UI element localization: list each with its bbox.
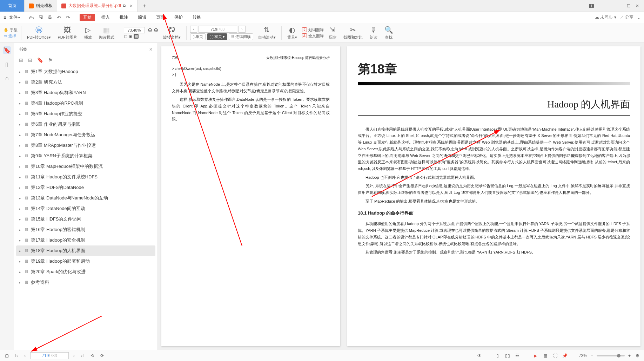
open-icon[interactable]: 🗁 [28,14,35,21]
find-button[interactable]: 🔍查找 [382,26,395,40]
window-minimize-icon[interactable]: — [618,4,622,8]
bookmark-item[interactable]: ▸🗏第6章 作业的调度与指派 [16,119,155,130]
bm-collapse-icon[interactable]: ⊟ [28,57,32,63]
hamburger-icon[interactable]: ≡ [4,15,6,20]
read-aloud[interactable]: 🎙朗读 [368,26,380,40]
window-close-icon[interactable]: ✕ [636,4,639,8]
new-tab-button[interactable]: + [137,0,152,12]
sb-play-icon[interactable]: ▶ [532,353,539,359]
sb-panel-icon[interactable]: ▢ [4,353,10,359]
menu-page[interactable]: 页面 [153,14,168,21]
bookmark-item[interactable]: ▸🗏第17章 Hadoop的安全机制 [16,235,155,245]
play-button[interactable]: ▷播放 [82,26,94,40]
menu-protect[interactable]: 保护 [171,14,186,21]
undo-icon[interactable]: ↶ [56,14,62,21]
background-button[interactable]: ◐背景▾ [285,26,299,40]
tab-close-icon[interactable]: ✕ [129,4,133,8]
bookmark-item[interactable]: ▸🗏第14章 DataNode间的互动 [16,203,155,214]
document-viewer[interactable]: 708大数据处理系统:Hadoop 源代码情景分析 > checkOwner(l… [158,43,644,350]
actual-size-icon[interactable]: ▤ [134,34,139,39]
view-double[interactable]: ▯▯双页▾ [207,33,227,40]
bookmark-item[interactable]: ▸🗏第19章 Hadoop的部署和启动 [16,256,155,267]
bm-expand-icon[interactable]: ⊞ [19,57,23,63]
screenshot-compare[interactable]: ✂截图和对比 [341,26,365,40]
fit-page-icon[interactable]: ▣ [129,34,132,39]
file-menu[interactable]: 文件▾ [9,14,20,20]
bookmark-item[interactable]: ▸🗏第16章 Hadoop的容错机制 [16,224,155,235]
zoom-out-icon[interactable]: ⊖ [148,27,152,33]
bookmark-item[interactable]: ▸🗏第10章 MapReduce框架中的数据流 [16,161,155,172]
sb-layout2-icon[interactable]: ▯▯ [504,353,511,359]
tab-maximize-icon[interactable]: ⧉ [123,4,126,8]
bookmark-item[interactable]: ▸🗏第4章 Hadoop的RPC机制 [16,98,155,109]
sb-last-page[interactable]: ›I [79,353,86,359]
tab-active-document[interactable]: 大数据处理系统...景分析.pdf ⧉ ✕ [57,0,137,12]
save-icon[interactable]: 🖫 [38,14,44,21]
bookmark-close-icon[interactable]: ✕ [149,47,153,52]
sb-settings-icon[interactable]: ⚙ [634,353,640,359]
bookmark-item[interactable]: ▸🗏第9章 YARN子系统的计算框架 [16,151,155,161]
fit-width-icon[interactable]: ▢ [124,34,127,39]
view-continuous[interactable]: ☷连续阅读 [229,33,253,40]
tab-home[interactable]: 首页 [0,0,25,12]
menu-edit[interactable]: 编辑 [134,14,150,21]
menu-annotate[interactable]: 批注 [116,14,132,21]
window-maximize-icon[interactable]: ☐ [627,4,631,8]
bookmark-item[interactable]: ▸🗏第11章 Hadoop的文件系统HDFS [16,172,155,182]
bm-add-icon[interactable]: 🔖 [37,57,43,63]
sb-zoom-value[interactable]: 73% [579,353,587,358]
bookmark-item[interactable]: ▸🗏第8章 MRAppMaster与作业投运 [16,140,155,151]
print-icon[interactable]: 🖶 [47,14,53,21]
tab-docker[interactable]: 稻壳模板 [25,0,57,12]
bookmark-item[interactable]: ▸🗏第7章 NodeManager与任务投运 [16,130,155,140]
auto-scroll[interactable]: ⇅自动滚动▾ [256,26,278,40]
sb-first-page[interactable]: I‹ [13,353,20,359]
full-translate[interactable]: A全文翻译 [302,33,324,39]
sb-eye-icon[interactable]: 👁 [476,353,483,359]
page-input[interactable]: 719/783 [199,26,237,33]
sb-next-page[interactable]: › [71,353,77,359]
zoom-value[interactable]: 73.48% [124,27,145,33]
page-next[interactable]: › [239,26,246,33]
bookmark-item[interactable]: ▸🗏第18章 Hadoop的人机界面 [16,245,155,256]
bookmark-item[interactable]: ▸🗏第12章 HDFS的DataNode [16,182,155,193]
sb-zoom-out[interactable]: − [591,353,593,358]
bookmark-item[interactable]: ▸🗏第2章 研究方法 [16,77,155,87]
zoom-in-icon[interactable]: ⊕ [154,27,158,33]
bookmark-item[interactable]: ▸🗏参考资料 [16,277,155,288]
sb-forward-icon[interactable]: ⟳ [99,353,105,359]
bookmark-item[interactable]: ▸🗏第5章 Hadoop作业的提交 [16,109,155,119]
home-panel-icon[interactable]: ⌂ [3,74,11,82]
sb-zoom-slider[interactable] [597,355,625,356]
word-translate[interactable]: 文划词翻译 [302,27,324,33]
redo-icon[interactable]: ↷ [65,14,71,21]
bookmark-panel-icon[interactable]: 🔖 [3,46,11,54]
sb-zoom-in[interactable]: + [628,353,631,358]
pdf-to-image[interactable]: 🖼PDF转图片 [56,26,79,40]
notification-badge[interactable]: 1 [589,4,594,8]
bookmark-item[interactable]: ▸🗏第13章 DataNode与NameNode的互动 [16,193,155,203]
rotate-button[interactable]: 🗘旋转文档▾ [161,26,183,40]
more-icon[interactable]: ⌄ [637,15,640,20]
bookmark-item[interactable]: ▸🗏第15章 HDFS的文件访问 [16,214,155,224]
reading-mode[interactable]: ▦阅读模式 [97,26,116,40]
select-tool[interactable]: ▭选择 [4,33,18,39]
sync-status[interactable]: ☁ 未同步 ▾ [595,14,616,20]
page-prev[interactable]: ‹ [190,26,197,33]
menu-start[interactable]: 开始 [80,14,95,21]
sb-page-input[interactable]: 719/783 [30,352,69,359]
share-button[interactable]: ↗ 分享 [620,14,633,20]
sb-read-icon[interactable]: ▦ [542,353,549,359]
bookmark-item[interactable]: ▸🗏第1章 大数据与Hadoop [16,66,155,77]
sb-layout1-icon[interactable]: ▯ [495,353,501,359]
menu-insert[interactable]: 插入 [98,14,113,21]
thumbnail-panel-icon[interactable]: ▯ [3,60,11,68]
bookmark-item[interactable]: ▸🗏第3章 Hadoop集群和YARN [16,87,155,98]
bookmark-item[interactable]: ▸🗏第20章 Spark的优化与改进 [16,267,155,277]
sb-prev-page[interactable]: ‹ [22,353,28,359]
view-single[interactable]: ▯单页 [190,33,206,40]
sb-back-icon[interactable]: ⟲ [89,353,95,359]
bm-tag-icon[interactable]: ⚑ [48,57,53,63]
sb-full-icon[interactable]: ⛶ [552,353,558,359]
compress-button[interactable]: ⇲压缩 [327,26,338,40]
